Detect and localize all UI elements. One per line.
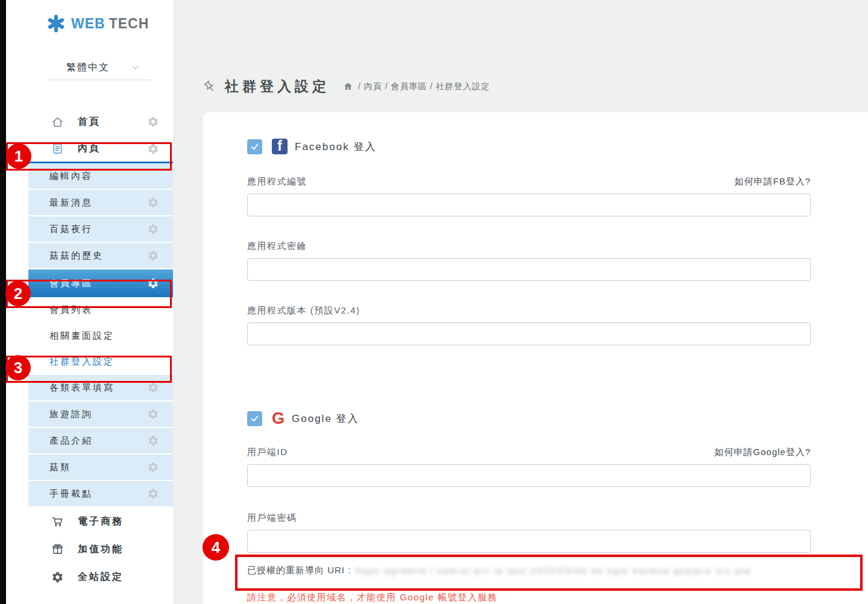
facebook-enabled-checkbox[interactable] [247, 139, 262, 154]
gear-icon[interactable] [147, 435, 159, 447]
sidebar-item-travel-consult[interactable]: 旅遊諮詢 [28, 401, 173, 428]
gear-icon[interactable] [147, 277, 159, 289]
chevron-down-icon [131, 63, 140, 72]
page-header: 社群登入設定 / 內頁 / 會員專區 / 社群登入設定 [203, 77, 490, 96]
gift-icon [51, 543, 64, 556]
breadcrumb-path: / 內頁 / 會員專區 / 社群登入設定 [358, 81, 490, 92]
google-domain-note: 請注意，必須使用域名，才能使用 Google 帳號登入服務 [247, 592, 811, 603]
sidebar-item-addons[interactable]: 加值功能 [28, 535, 173, 563]
gear-icon[interactable] [147, 223, 159, 235]
sidebar-item-member-list[interactable]: 會員列表 [28, 297, 173, 323]
google-client-id-input[interactable] [247, 464, 811, 487]
language-value: 繁體中文 [66, 61, 110, 74]
home-icon[interactable] [343, 81, 353, 92]
home-icon [51, 115, 64, 128]
google-client-secret-row: 用戶端密碼 [247, 512, 811, 524]
gear-icon[interactable] [147, 116, 159, 128]
gear-icon[interactable] [147, 250, 159, 262]
field-label: 用戶端ID [247, 447, 288, 458]
check-icon [250, 142, 260, 152]
sidebar-item-mushroom-night[interactable]: 百菇夜行 [28, 216, 173, 243]
facebook-help-link[interactable]: 如何申請FB登入? [734, 176, 811, 187]
cart-icon [51, 515, 64, 528]
sidebar-item-home[interactable]: 首頁 [28, 108, 173, 136]
sidebar-item-inner-pages[interactable]: 內頁 [28, 136, 173, 163]
facebook-section-header: f Facebook 登入 [247, 139, 811, 154]
field-label: 應用程式編號 [247, 176, 307, 187]
sidebar-item-manual-downloads[interactable]: 手冊載點 [28, 481, 173, 508]
sidebar-item-forms[interactable]: 各類表單填寫 [28, 375, 173, 401]
google-client-id-row: 用戶端ID 如何申請Google登入? [247, 447, 811, 458]
gear-icon[interactable] [147, 461, 159, 473]
asterisk-logo-icon [47, 14, 65, 33]
sidebar-item-member-area[interactable]: 會員專區 [28, 269, 173, 297]
redirect-uri-label: 已授權的重新導向 URI : [247, 565, 351, 576]
gear-icon [51, 570, 64, 584]
facebook-app-version-input[interactable] [247, 322, 811, 345]
google-section-title: Google 登入 [292, 412, 359, 426]
language-selector[interactable]: 繁體中文 [48, 61, 151, 80]
sidebar-item-products[interactable]: 產品介紹 [28, 428, 173, 455]
gear-icon[interactable] [147, 197, 159, 209]
main-content: 社群登入設定 / 內頁 / 會員專區 / 社群登入設定 f Facebook 登… [173, 0, 868, 604]
facebook-app-id-row: 應用程式編號 如何申請FB登入? [247, 176, 811, 187]
facebook-section-title: Facebook 登入 [295, 140, 376, 154]
gear-icon[interactable] [147, 382, 159, 394]
google-section-header: G Google 登入 [247, 411, 811, 426]
field-label: 應用程式密鑰 [247, 241, 307, 252]
facebook-app-secret-input[interactable] [247, 258, 811, 281]
sidebar: WEBTECH 繁體中文 首頁 內頁 編輯內容 最新消息 [6, 0, 173, 604]
google-enabled-checkbox[interactable] [247, 411, 262, 426]
sidebar-item-ecommerce[interactable]: 電子商務 [28, 508, 173, 535]
admin-page: WEBTECH 繁體中文 首頁 內頁 編輯內容 最新消息 [0, 0, 868, 604]
document-icon [51, 142, 64, 156]
left-edge-strip [0, 0, 6, 604]
gear-icon[interactable] [147, 143, 159, 155]
sidebar-item-site-settings[interactable]: 全站設定 [28, 563, 173, 591]
sidebar-item-related-screen-settings[interactable]: 相關畫面設定 [28, 323, 173, 349]
page-title: 社群登入設定 [225, 77, 330, 96]
authorized-redirect-uri-row: 已授權的重新導向 URI : hqps dgrwknd l owkrsl qrs… [247, 565, 811, 576]
gear-icon[interactable] [147, 488, 159, 500]
logo: WEBTECH [6, 0, 173, 33]
field-label: 應用程式版本 (預設V2.4) [247, 305, 360, 316]
google-help-link[interactable]: 如何申請Google登入? [714, 447, 811, 458]
sidebar-item-mushroom-history[interactable]: 菇菇的歷史 [28, 243, 173, 269]
facebook-icon: f [272, 139, 288, 154]
facebook-app-secret-row: 應用程式密鑰 [247, 241, 811, 252]
gear-icon[interactable] [147, 408, 159, 420]
field-label: 用戶端密碼 [247, 512, 297, 524]
redirect-uri-blurred-value: hqps dgrwknd l owkrsl qrs ia lwsl 2320/0… [356, 565, 811, 576]
check-icon [250, 414, 260, 424]
logo-text: WEBTECH [71, 16, 149, 32]
facebook-app-version-row: 應用程式版本 (預設V2.4) [247, 305, 811, 316]
facebook-app-id-input[interactable] [247, 193, 811, 216]
sidebar-nav: 首頁 內頁 編輯內容 最新消息 百菇夜行 菇菇的歷史 [28, 108, 173, 591]
sidebar-item-social-login-settings[interactable]: 社群登入設定 [28, 349, 173, 375]
google-client-secret-input[interactable] [247, 530, 811, 553]
google-icon: G [272, 411, 285, 426]
sidebar-item-mushroom-types[interactable]: 菇類 [28, 455, 173, 481]
breadcrumb: / 內頁 / 會員專區 / 社群登入設定 [343, 81, 490, 92]
sidebar-item-news[interactable]: 最新消息 [28, 190, 173, 216]
pushpin-icon [201, 77, 219, 96]
sidebar-item-edit-content[interactable]: 編輯內容 [28, 163, 173, 190]
settings-card: f Facebook 登入 應用程式編號 如何申請FB登入? 應用程式密鑰 應用… [203, 112, 868, 604]
